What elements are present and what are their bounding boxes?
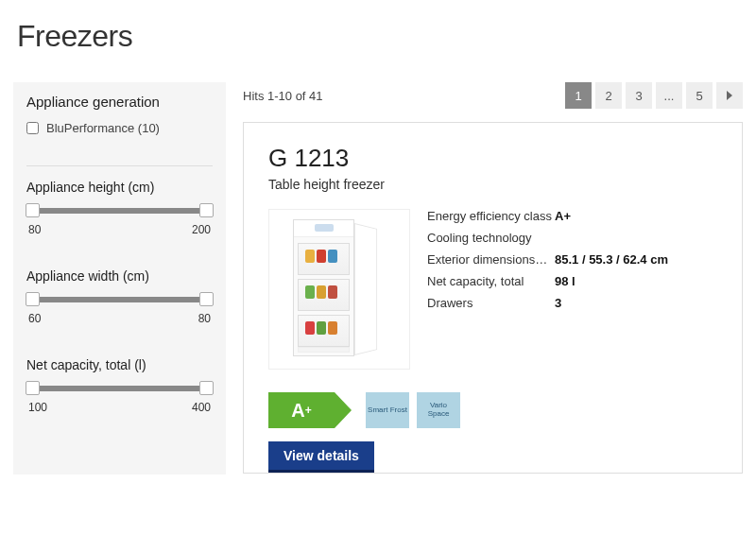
page-2-button[interactable]: 2 <box>595 82 622 109</box>
pagination: 1 2 3 ... 5 <box>565 82 743 109</box>
spec-row: Cooling technology <box>427 231 717 247</box>
slider-handle-max[interactable] <box>199 292 214 306</box>
results-hits: Hits 1-10 of 41 <box>243 89 323 103</box>
results-topbar: Hits 1-10 of 41 1 2 3 ... 5 <box>243 82 743 109</box>
divider <box>26 165 213 166</box>
spec-label: Net capacity, total <box>427 274 555 290</box>
spec-value: A+ <box>555 209 571 225</box>
spec-label: Drawers <box>427 296 555 312</box>
filter-capacity-label: Net capacity, total (l) <box>26 357 213 372</box>
chevron-right-icon <box>725 91 734 100</box>
feature-badge-smartfrost: Smart Frost <box>366 392 409 428</box>
product-subtitle: Table height freezer <box>268 177 717 192</box>
product-title: G 1213 <box>268 144 717 173</box>
filter-capacity-slider[interactable] <box>32 386 207 391</box>
filter-sidebar: Appliance generation BluPerformance (10)… <box>13 82 226 475</box>
filter-height-max: 200 <box>192 223 211 236</box>
spec-value: 3 <box>555 296 561 312</box>
page-next-button[interactable] <box>716 82 743 109</box>
spec-value: 85.1 / 55.3 / 62.4 cm <box>555 252 668 268</box>
results-main: Hits 1-10 of 41 1 2 3 ... 5 G 1213 Table… <box>243 82 743 475</box>
filter-height: Appliance height (cm) 80 200 <box>26 180 213 236</box>
filter-height-label: Appliance height (cm) <box>26 180 213 195</box>
product-specs: Energy efficiency classA+ Cooling techno… <box>427 209 717 370</box>
feature-badge-variospace: Vario Space <box>417 392 460 428</box>
product-card: G 1213 Table height freezer Energy effic… <box>243 122 743 474</box>
filter-option-bluperformance[interactable]: BluPerformance (10) <box>26 117 213 139</box>
filter-width-max: 80 <box>198 312 211 325</box>
filter-height-min: 80 <box>28 223 41 236</box>
filter-capacity: Net capacity, total (l) 100 400 <box>26 357 213 414</box>
spec-value: 98 l <box>555 274 576 290</box>
spec-row: Exterior dimensions…85.1 / 55.3 / 62.4 c… <box>427 252 717 268</box>
filter-generation: Appliance generation BluPerformance (10) <box>26 94 213 139</box>
slider-handle-min[interactable] <box>26 381 40 395</box>
filter-capacity-max: 400 <box>192 401 211 414</box>
page-5-button[interactable]: 5 <box>686 82 713 109</box>
filter-width-min: 60 <box>28 312 41 325</box>
spec-label: Cooling technology <box>427 231 555 247</box>
filter-width-slider[interactable] <box>32 297 207 302</box>
page-1-button[interactable]: 1 <box>565 82 592 109</box>
spec-label: Energy efficiency class <box>427 209 555 225</box>
product-badges: A+ Smart Frost Vario Space <box>268 392 717 428</box>
energy-badge: A+ <box>268 392 358 428</box>
view-details-button[interactable]: View details <box>268 441 374 473</box>
slider-handle-min[interactable] <box>26 292 40 306</box>
product-image <box>268 209 410 370</box>
filter-option-label: BluPerformance (10) <box>46 121 160 135</box>
filter-width-label: Appliance width (cm) <box>26 268 213 284</box>
filter-height-slider[interactable] <box>32 208 207 214</box>
filter-generation-heading: Appliance generation <box>26 94 213 110</box>
filter-capacity-min: 100 <box>28 401 47 414</box>
spec-label: Exterior dimensions… <box>427 252 555 268</box>
spec-row: Energy efficiency classA+ <box>427 209 717 225</box>
filter-checkbox-bluperformance[interactable] <box>26 122 39 134</box>
page-ellipsis: ... <box>656 82 682 109</box>
slider-handle-max[interactable] <box>199 203 214 217</box>
filter-width: Appliance width (cm) 60 80 <box>26 268 213 325</box>
spec-row: Drawers3 <box>427 296 717 312</box>
page-3-button[interactable]: 3 <box>626 82 652 109</box>
slider-handle-max[interactable] <box>199 381 214 395</box>
page-title: Freezers <box>17 19 756 54</box>
spec-row: Net capacity, total98 l <box>427 274 717 290</box>
slider-handle-min[interactable] <box>26 203 40 217</box>
